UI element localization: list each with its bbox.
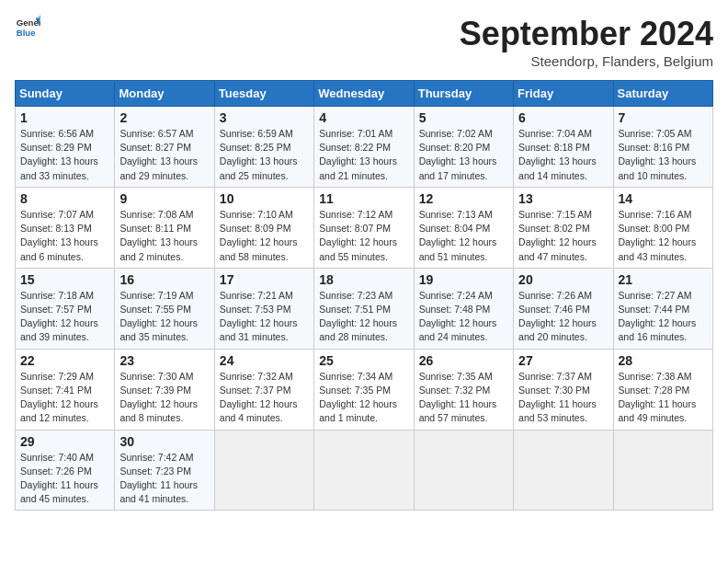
calendar-cell: 8Sunrise: 7:07 AM Sunset: 8:13 PM Daylig…	[16, 187, 115, 268]
day-number: 30	[119, 434, 209, 449]
weekday-header: Thursday	[414, 81, 513, 107]
calendar-cell: 30Sunrise: 7:42 AM Sunset: 7:23 PM Dayli…	[115, 430, 214, 511]
calendar-cell: 23Sunrise: 7:30 AM Sunset: 7:39 PM Dayli…	[115, 349, 214, 430]
day-info: Sunrise: 6:57 AM Sunset: 8:27 PM Dayligh…	[119, 127, 209, 183]
calendar-cell: 27Sunrise: 7:37 AM Sunset: 7:30 PM Dayli…	[514, 349, 613, 430]
day-number: 27	[518, 353, 608, 368]
calendar-week-row: 8Sunrise: 7:07 AM Sunset: 8:13 PM Daylig…	[16, 187, 713, 268]
weekday-header: Wednesday	[314, 81, 414, 107]
day-info: Sunrise: 7:23 AM Sunset: 7:51 PM Dayligh…	[319, 289, 408, 345]
calendar-cell: 22Sunrise: 7:29 AM Sunset: 7:41 PM Dayli…	[16, 349, 115, 430]
calendar-week-row: 29Sunrise: 7:40 AM Sunset: 7:26 PM Dayli…	[16, 430, 713, 511]
weekday-header: Friday	[514, 81, 613, 107]
calendar-cell: 20Sunrise: 7:26 AM Sunset: 7:46 PM Dayli…	[514, 268, 613, 349]
calendar-week-row: 1Sunrise: 6:56 AM Sunset: 8:29 PM Daylig…	[16, 107, 713, 188]
calendar-cell: 21Sunrise: 7:27 AM Sunset: 7:44 PM Dayli…	[613, 268, 712, 349]
day-number: 26	[419, 353, 508, 368]
day-number: 18	[319, 272, 408, 287]
day-info: Sunrise: 7:02 AM Sunset: 8:20 PM Dayligh…	[419, 127, 508, 183]
day-number: 3	[220, 110, 309, 125]
logo-icon: General Blue	[15, 15, 40, 40]
calendar-cell: 24Sunrise: 7:32 AM Sunset: 7:37 PM Dayli…	[214, 349, 313, 430]
day-number: 11	[319, 191, 408, 206]
day-info: Sunrise: 6:59 AM Sunset: 8:25 PM Dayligh…	[220, 127, 309, 183]
day-number: 15	[20, 272, 109, 287]
day-number: 9	[119, 191, 209, 206]
calendar-cell: 2Sunrise: 6:57 AM Sunset: 8:27 PM Daylig…	[115, 107, 214, 188]
calendar-cell: 29Sunrise: 7:40 AM Sunset: 7:26 PM Dayli…	[16, 430, 115, 511]
title-block: September 2024 Steendorp, Flanders, Belg…	[460, 15, 713, 69]
month-title: September 2024	[460, 15, 713, 53]
day-info: Sunrise: 7:01 AM Sunset: 8:22 PM Dayligh…	[319, 127, 408, 183]
calendar-cell: 17Sunrise: 7:21 AM Sunset: 7:53 PM Dayli…	[214, 268, 313, 349]
calendar-cell	[314, 430, 414, 511]
calendar-cell: 6Sunrise: 7:04 AM Sunset: 8:18 PM Daylig…	[514, 107, 613, 188]
day-info: Sunrise: 7:29 AM Sunset: 7:41 PM Dayligh…	[20, 370, 109, 426]
day-info: Sunrise: 7:26 AM Sunset: 7:46 PM Dayligh…	[518, 289, 608, 345]
day-number: 8	[20, 191, 109, 206]
weekday-header: Saturday	[613, 81, 712, 107]
weekday-header: Monday	[115, 81, 214, 107]
day-number: 23	[119, 353, 209, 368]
calendar-cell: 7Sunrise: 7:05 AM Sunset: 8:16 PM Daylig…	[613, 107, 712, 188]
day-info: Sunrise: 7:37 AM Sunset: 7:30 PM Dayligh…	[518, 370, 608, 426]
day-number: 12	[419, 191, 508, 206]
day-info: Sunrise: 7:40 AM Sunset: 7:26 PM Dayligh…	[20, 451, 109, 507]
day-number: 19	[419, 272, 508, 287]
day-number: 29	[20, 434, 109, 449]
day-info: Sunrise: 7:38 AM Sunset: 7:28 PM Dayligh…	[619, 370, 708, 426]
day-info: Sunrise: 7:12 AM Sunset: 8:07 PM Dayligh…	[319, 208, 408, 264]
calendar-cell: 1Sunrise: 6:56 AM Sunset: 8:29 PM Daylig…	[16, 107, 115, 188]
day-number: 2	[119, 110, 209, 125]
day-info: Sunrise: 7:27 AM Sunset: 7:44 PM Dayligh…	[619, 289, 708, 345]
day-number: 4	[319, 110, 408, 125]
day-number: 24	[220, 353, 309, 368]
day-number: 10	[220, 191, 309, 206]
day-info: Sunrise: 7:05 AM Sunset: 8:16 PM Dayligh…	[619, 127, 708, 183]
day-info: Sunrise: 7:04 AM Sunset: 8:18 PM Dayligh…	[518, 127, 608, 183]
day-number: 7	[619, 110, 708, 125]
day-info: Sunrise: 7:07 AM Sunset: 8:13 PM Dayligh…	[20, 208, 109, 264]
calendar-cell: 15Sunrise: 7:18 AM Sunset: 7:57 PM Dayli…	[16, 268, 115, 349]
day-info: Sunrise: 7:08 AM Sunset: 8:11 PM Dayligh…	[119, 208, 209, 264]
day-number: 13	[518, 191, 608, 206]
calendar-cell: 26Sunrise: 7:35 AM Sunset: 7:32 PM Dayli…	[414, 349, 513, 430]
day-number: 5	[419, 110, 508, 125]
calendar-cell: 18Sunrise: 7:23 AM Sunset: 7:51 PM Dayli…	[314, 268, 414, 349]
day-number: 25	[319, 353, 408, 368]
day-info: Sunrise: 7:35 AM Sunset: 7:32 PM Dayligh…	[419, 370, 508, 426]
calendar-cell: 19Sunrise: 7:24 AM Sunset: 7:48 PM Dayli…	[414, 268, 513, 349]
day-info: Sunrise: 6:56 AM Sunset: 8:29 PM Dayligh…	[20, 127, 109, 183]
day-info: Sunrise: 7:13 AM Sunset: 8:04 PM Dayligh…	[419, 208, 508, 264]
calendar-cell: 28Sunrise: 7:38 AM Sunset: 7:28 PM Dayli…	[613, 349, 712, 430]
day-info: Sunrise: 7:19 AM Sunset: 7:55 PM Dayligh…	[119, 289, 209, 345]
calendar-cell: 4Sunrise: 7:01 AM Sunset: 8:22 PM Daylig…	[314, 107, 414, 188]
weekday-header-row: SundayMondayTuesdayWednesdayThursdayFrid…	[16, 81, 713, 107]
weekday-header: Tuesday	[214, 81, 313, 107]
calendar-table: SundayMondayTuesdayWednesdayThursdayFrid…	[15, 80, 713, 511]
day-info: Sunrise: 7:21 AM Sunset: 7:53 PM Dayligh…	[220, 289, 309, 345]
day-info: Sunrise: 7:30 AM Sunset: 7:39 PM Dayligh…	[119, 370, 209, 426]
day-number: 20	[518, 272, 608, 287]
calendar-cell	[514, 430, 613, 511]
calendar-cell: 25Sunrise: 7:34 AM Sunset: 7:35 PM Dayli…	[314, 349, 414, 430]
calendar-cell: 5Sunrise: 7:02 AM Sunset: 8:20 PM Daylig…	[414, 107, 513, 188]
logo: General Blue	[15, 15, 40, 40]
day-info: Sunrise: 7:15 AM Sunset: 8:02 PM Dayligh…	[518, 208, 608, 264]
calendar-cell: 9Sunrise: 7:08 AM Sunset: 8:11 PM Daylig…	[115, 187, 214, 268]
calendar-cell: 16Sunrise: 7:19 AM Sunset: 7:55 PM Dayli…	[115, 268, 214, 349]
calendar-cell: 10Sunrise: 7:10 AM Sunset: 8:09 PM Dayli…	[214, 187, 313, 268]
day-number: 16	[119, 272, 209, 287]
calendar-cell	[214, 430, 313, 511]
calendar-week-row: 15Sunrise: 7:18 AM Sunset: 7:57 PM Dayli…	[16, 268, 713, 349]
day-info: Sunrise: 7:10 AM Sunset: 8:09 PM Dayligh…	[220, 208, 309, 264]
calendar-cell: 13Sunrise: 7:15 AM Sunset: 8:02 PM Dayli…	[514, 187, 613, 268]
day-number: 17	[220, 272, 309, 287]
weekday-header: Sunday	[16, 81, 115, 107]
day-info: Sunrise: 7:18 AM Sunset: 7:57 PM Dayligh…	[20, 289, 109, 345]
calendar-cell	[414, 430, 513, 511]
day-info: Sunrise: 7:24 AM Sunset: 7:48 PM Dayligh…	[419, 289, 508, 345]
day-number: 6	[518, 110, 608, 125]
calendar-cell: 14Sunrise: 7:16 AM Sunset: 8:00 PM Dayli…	[613, 187, 712, 268]
day-number: 1	[20, 110, 109, 125]
